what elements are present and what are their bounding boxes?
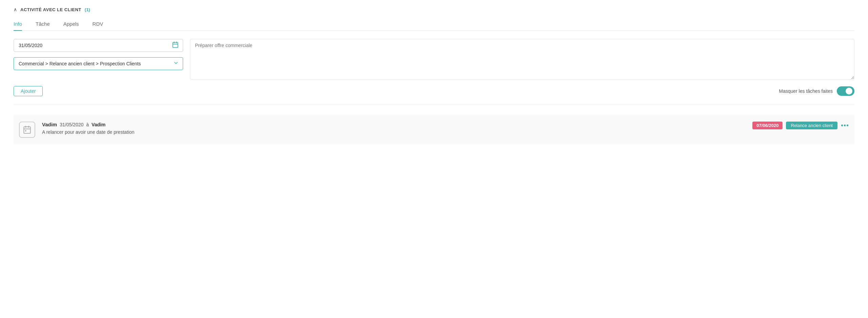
form-left: Commercial > Relance ancien client > Pro…: [14, 39, 183, 81]
tab-appels[interactable]: Appels: [63, 18, 79, 31]
activity-to: à: [86, 122, 89, 127]
activity-description: A relancer pour avoir une date de presta…: [42, 129, 746, 135]
form-right: [190, 39, 854, 81]
activity-header-row: Vadim 31/05/2020 à Vadim: [42, 122, 746, 127]
category-select-wrapper: Commercial > Relance ancien client > Pro…: [14, 57, 183, 70]
activity-badge-date: 07/06/2020: [752, 122, 783, 129]
notes-textarea[interactable]: [190, 39, 854, 80]
tab-rdv[interactable]: RDV: [93, 18, 103, 31]
toggle-switch[interactable]: [837, 86, 854, 96]
activity-badge-tag: Relance ancien client: [786, 122, 837, 129]
action-row: Ajouter Masquer les tâches faites: [14, 86, 854, 105]
page-container: ∧ ACTIVITÉ AVEC LE CLIENT (1) Info Tâche…: [0, 0, 868, 151]
chevron-up-icon[interactable]: ∧: [14, 7, 17, 12]
activity-right: 07/06/2020 Relance ancien client •••: [752, 122, 849, 129]
category-select[interactable]: Commercial > Relance ancien client > Pro…: [14, 58, 183, 70]
add-button[interactable]: Ajouter: [14, 86, 43, 96]
activity-author: Vadim: [42, 122, 57, 127]
date-input[interactable]: [14, 39, 183, 51]
section-header: ∧ ACTIVITÉ AVEC LE CLIENT (1): [14, 7, 854, 12]
tab-info[interactable]: Info: [14, 18, 22, 31]
activity-calendar-icon: [23, 125, 32, 134]
masquer-label: Masquer les tâches faites: [779, 88, 833, 94]
activity-item: Vadim 31/05/2020 à Vadim A relancer pour…: [14, 115, 854, 145]
activity-date: 31/05/2020: [60, 122, 83, 127]
toggle-slider: [837, 86, 854, 96]
section-count: (1): [85, 7, 90, 12]
more-options-button[interactable]: •••: [841, 122, 849, 129]
masquer-row: Masquer les tâches faites: [779, 86, 854, 96]
tabs-container: Info Tâche Appels RDV: [14, 18, 854, 31]
activity-icon-wrapper: [19, 122, 35, 138]
tab-tache[interactable]: Tâche: [36, 18, 50, 31]
form-row: Commercial > Relance ancien client > Pro…: [14, 39, 854, 81]
activity-content: Vadim 31/05/2020 à Vadim A relancer pour…: [42, 122, 746, 135]
svg-point-8: [25, 130, 26, 131]
svg-rect-4: [24, 127, 31, 133]
activity-recipient: Vadim: [92, 122, 105, 127]
section-title: ACTIVITÉ AVEC LE CLIENT: [20, 7, 81, 12]
date-input-wrapper: [14, 39, 183, 52]
